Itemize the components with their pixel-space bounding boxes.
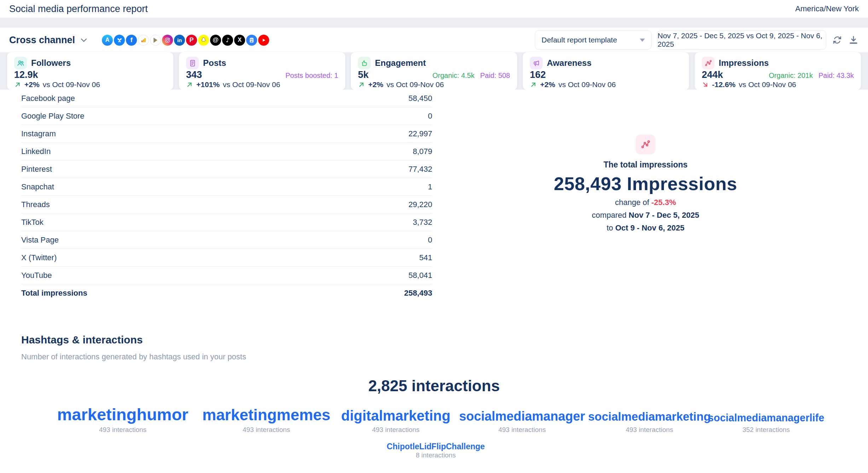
table-row: Threads 29,220 [21, 196, 432, 213]
platform-label: Instagram [21, 129, 56, 138]
youtube-icon[interactable] [258, 35, 269, 46]
paid-label: Paid: 508 [480, 72, 510, 80]
google-play-icon[interactable] [150, 35, 161, 46]
kpi-card-engagement: Engagement 5k Organic: 4.5k Paid: 508 +2… [351, 52, 517, 90]
kpi-card-awareness: Awareness 162 +2% vs Oct 09-Nov 06 [523, 52, 689, 90]
table-row: Snapchat 1 [21, 178, 432, 196]
vista-page-icon[interactable] [246, 35, 257, 46]
platform-label: YouTube [21, 271, 52, 280]
channel-icons: A f in P [102, 35, 269, 46]
summary-headline: 258,493 Impressions [509, 173, 782, 194]
tiktok-icon[interactable]: ♪ [222, 35, 233, 46]
report-page: Social media performance report America/… [0, 0, 868, 473]
app-header: Social media performance report America/… [0, 0, 868, 18]
hashtags-section-title: Hashtags & interactions [21, 334, 143, 346]
period-previous: Oct 9 - Nov 6, 2025 [615, 223, 684, 232]
impressions-summary: The total impressions 258,493 Impression… [509, 135, 782, 233]
timezone-label: America/New York [795, 4, 859, 13]
summary-title: The total impressions [509, 160, 782, 170]
refresh-icon[interactable] [832, 35, 843, 45]
trend-down-icon [702, 81, 709, 88]
card-value: 343 [186, 69, 202, 80]
trend-percent: +101% [196, 80, 220, 89]
trend-vs-label: vs Oct 09-Nov 06 [43, 80, 100, 89]
hashtag-count: 352 interactions [742, 426, 790, 434]
platform-label: Snapchat [21, 182, 54, 192]
hashtag-item: ChipotleLidFlipChallenge 8 interactions [387, 442, 485, 459]
pinterest-icon[interactable]: P [186, 35, 197, 46]
report-template-value: Default report template [542, 36, 617, 44]
trend-vs-label: vs Oct 09-Nov 06 [559, 80, 616, 89]
platform-label: Threads [21, 200, 50, 209]
trend-vs-label: vs Oct 09-Nov 06 [387, 80, 444, 89]
report-body: Facebook page 58,450 Google Play Store 0… [0, 90, 868, 473]
snapchat-icon[interactable] [198, 35, 209, 46]
kpi-card-followers: Followers 12.9k +2% vs Oct 09-Nov 06 [7, 52, 173, 90]
hashtag-word: ChipotleLidFlipChallenge [387, 442, 485, 451]
hashtag-item: marketingmemes 493 interactions [202, 403, 330, 434]
card-title: Followers [31, 58, 71, 68]
channel-selector-label: Cross channel [9, 35, 75, 46]
trend-vs-label: vs Oct 09-Nov 06 [223, 80, 280, 89]
hashtag-item: digitalmarketing 493 interactions [341, 403, 451, 434]
hashtag-word: marketinghumor [57, 406, 189, 423]
hashtag-word: marketingmemes [202, 407, 330, 423]
platform-label: Pinterest [21, 165, 52, 174]
threads-icon[interactable]: @ [210, 35, 221, 46]
instagram-icon[interactable] [162, 35, 173, 46]
channel-selector[interactable]: Cross channel [9, 35, 87, 46]
trend-percent: +2% [368, 80, 383, 89]
impressions-value: 1 [428, 182, 432, 192]
chevron-down-icon [81, 38, 87, 42]
table-row: X (Twitter) 541 [21, 249, 432, 267]
hashtag-count: 493 interactions [626, 426, 673, 434]
trend-percent: -12.6% [712, 80, 736, 89]
table-row: TikTok 3,732 [21, 213, 432, 231]
impressions-table: Facebook page 58,450 Google Play Store 0… [21, 90, 432, 302]
linkedin-icon[interactable]: in [174, 35, 185, 46]
hashtag-word: digitalmarketing [341, 408, 451, 423]
summary-compared-line: compared Nov 7 - Dec 5, 2025 [509, 211, 782, 220]
hashtag-count: 493 interactions [99, 426, 146, 434]
impressions-value: 0 [428, 112, 432, 121]
table-row: Instagram 22,997 [21, 125, 432, 143]
card-title: Awareness [547, 58, 591, 68]
trend-up-icon [14, 81, 21, 88]
hashtag-word: socialmediamanagerlife [708, 412, 824, 423]
x-twitter-icon[interactable]: X [234, 35, 245, 46]
app-store-icon[interactable]: A [102, 35, 113, 46]
facebook-icon[interactable]: f [126, 35, 137, 46]
change-percent: -25.3% [652, 198, 676, 207]
report-template-select[interactable]: Default report template [535, 30, 652, 50]
trend-up-icon [186, 81, 193, 88]
google-analytics-icon[interactable] [138, 35, 149, 46]
page-title: Social media performance report [9, 4, 148, 15]
hashtags-total: 2,825 interactions [0, 377, 868, 395]
select-caret-icon [640, 39, 645, 42]
card-value: 12.9k [14, 69, 38, 80]
platform-label: X (Twitter) [21, 253, 57, 262]
date-range-picker[interactable]: Nov 7, 2025 - Dec 5, 2025 vs Oct 9, 2025… [657, 30, 826, 50]
kpi-card-impressions: Impressions 244k Organic: 201k Paid: 43.… [695, 52, 861, 90]
download-icon[interactable] [848, 35, 859, 45]
table-row: Vista Page 0 [21, 231, 432, 249]
impressions-value: 77,432 [409, 165, 432, 174]
bluesky-icon[interactable] [114, 35, 125, 46]
table-total-row: Total impressions 258,493 [21, 284, 432, 302]
kpi-cards: Followers 12.9k +2% vs Oct 09-Nov 06 [0, 52, 868, 90]
hashtag-item: socialmediamanager 493 interactions [459, 403, 585, 434]
table-row: Facebook page 58,450 [21, 90, 432, 107]
table-row: LinkedIn 8,079 [21, 143, 432, 160]
paid-label: Paid: 43.3k [818, 72, 854, 80]
hashtag-word: socialmediamanager [459, 410, 585, 423]
table-row: Google Play Store 0 [21, 107, 432, 125]
card-value: 244k [702, 69, 723, 80]
toolbar: Cross channel A f [0, 28, 868, 52]
platform-label: Facebook page [21, 94, 75, 103]
impressions-value: 3,732 [413, 218, 432, 227]
thumbs-up-icon [358, 57, 371, 69]
trend-up-icon [358, 81, 365, 88]
scatter-icon [702, 57, 714, 69]
hashtag-count: 493 interactions [243, 426, 290, 434]
hashtag-item: socialmediamarketing 493 interactions [588, 403, 711, 434]
